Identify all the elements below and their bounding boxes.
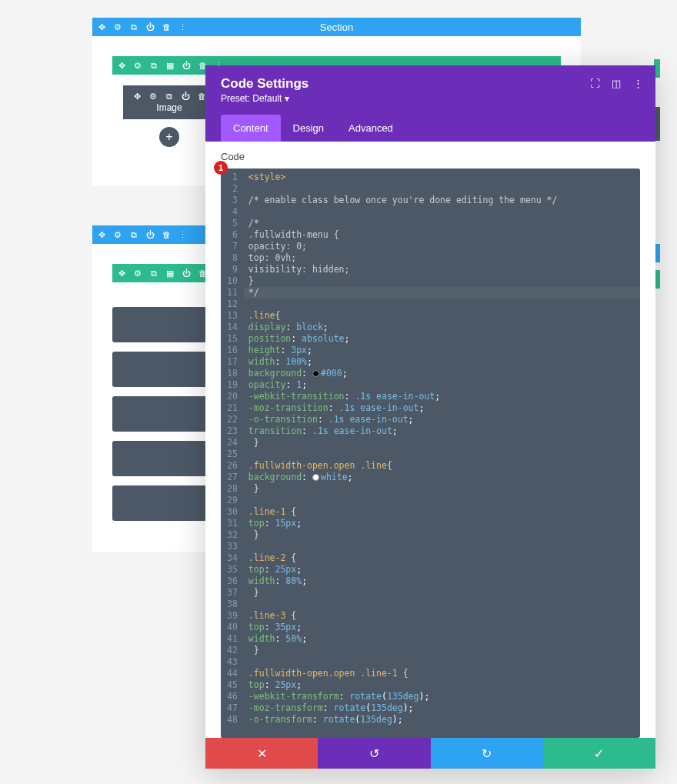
code-line[interactable]: }: [244, 483, 640, 495]
code-line[interactable]: background: white;: [244, 472, 640, 483]
columns-icon[interactable]: ▦: [165, 269, 175, 278]
gear-icon[interactable]: ⚙: [113, 230, 122, 239]
gear-icon[interactable]: ⚙: [133, 269, 142, 278]
code-line[interactable]: .line{: [244, 310, 640, 322]
duplicate-icon[interactable]: ⧉: [149, 269, 158, 278]
code-line[interactable]: */: [244, 287, 640, 299]
tab-design[interactable]: Design: [281, 115, 336, 142]
code-line[interactable]: transition: .1s ease-in-out;: [244, 425, 640, 437]
code-line[interactable]: visibility: hidden;: [244, 264, 640, 275]
code-line[interactable]: top: 25px;: [244, 564, 640, 575]
duplicate-icon[interactable]: ⧉: [129, 230, 138, 239]
move-icon[interactable]: ✥: [97, 22, 106, 32]
code-line[interactable]: -moz-transform: rotate(135deg);: [244, 702, 640, 714]
code-line[interactable]: background: #000;: [244, 368, 640, 379]
code-line[interactable]: /* enable class below once you're done e…: [244, 195, 640, 206]
code-line[interactable]: width: 50%;: [244, 633, 640, 645]
content-area: Code 12345678910111213141516171819202122…: [205, 142, 655, 738]
move-icon[interactable]: ✥: [117, 61, 126, 70]
code-line[interactable]: [244, 541, 640, 552]
more-icon[interactable]: ⋮: [632, 78, 643, 88]
code-editor[interactable]: 1234567891011121314151617181920212223242…: [221, 168, 640, 738]
power-icon[interactable]: ⏻: [145, 230, 155, 239]
code-line[interactable]: top: 35px;: [244, 622, 640, 633]
modal-footer: ✕ ↺ ↻ ✓: [205, 738, 655, 769]
undo-button[interactable]: ↺: [318, 738, 430, 769]
code-line[interactable]: position: absolute;: [244, 333, 640, 345]
move-icon[interactable]: ✥: [132, 92, 142, 101]
gear-icon[interactable]: ⚙: [113, 22, 122, 32]
duplicate-icon[interactable]: ⧉: [149, 61, 158, 70]
modal-title: Code Settings: [221, 76, 640, 92]
code-line[interactable]: -webkit-transition: .1s ease-in-out;: [244, 391, 640, 402]
tab-content[interactable]: Content: [221, 115, 281, 142]
code-line[interactable]: opacity: 0;: [244, 241, 640, 252]
code-line[interactable]: .fullwidth-menu {: [244, 229, 640, 241]
code-line[interactable]: }: [244, 275, 640, 287]
code-line[interactable]: top: 25px;: [244, 679, 640, 691]
code-line[interactable]: .line-1 {: [244, 506, 640, 518]
expand-icon[interactable]: ⛶: [589, 78, 600, 88]
add-module-button[interactable]: +: [159, 127, 179, 147]
code-line[interactable]: top: 0vh;: [244, 252, 640, 264]
power-icon[interactable]: ⏻: [182, 269, 191, 278]
modal-header: Code Settings Preset: Default▾ ⛶ ◫ ⋮: [205, 65, 655, 115]
code-line[interactable]: -moz-transition: .1s ease-in-out;: [244, 402, 640, 414]
code-line[interactable]: -o-transform: rotate(135deg);: [244, 714, 640, 726]
code-settings-modal: Code Settings Preset: Default▾ ⛶ ◫ ⋮ Con…: [205, 65, 655, 769]
code-line[interactable]: .line-3 {: [244, 610, 640, 622]
redo-button[interactable]: ↻: [431, 738, 543, 769]
code-line[interactable]: .fullwidth-open.open .line{: [244, 460, 640, 472]
save-button[interactable]: ✓: [543, 738, 655, 769]
code-line[interactable]: /*: [244, 218, 640, 229]
column-icon[interactable]: ◫: [611, 78, 622, 88]
module-image-label: Image: [156, 102, 182, 113]
code-line[interactable]: }: [244, 529, 640, 541]
trash-icon[interactable]: 🗑: [162, 22, 171, 32]
code-line[interactable]: }: [244, 437, 640, 449]
duplicate-icon[interactable]: ⧉: [165, 92, 174, 101]
move-icon[interactable]: ✥: [97, 230, 106, 239]
duplicate-icon[interactable]: ⧉: [129, 22, 138, 32]
code-line[interactable]: .fullwidth-open.open .line-1 {: [244, 668, 640, 679]
trash-icon[interactable]: 🗑: [162, 230, 171, 239]
code-line[interactable]: [244, 299, 640, 310]
power-icon[interactable]: ⏻: [182, 61, 191, 70]
move-icon[interactable]: ✥: [117, 269, 126, 278]
code-line[interactable]: .line-2 {: [244, 552, 640, 564]
code-line[interactable]: [244, 495, 640, 506]
gear-icon[interactable]: ⚙: [148, 92, 158, 101]
code-field-label: Code: [221, 151, 640, 162]
code-line[interactable]: }: [244, 587, 640, 599]
cancel-button[interactable]: ✕: [205, 738, 318, 769]
code-line[interactable]: opacity: 1;: [244, 379, 640, 391]
code-line[interactable]: [244, 206, 640, 218]
code-line[interactable]: -o-transition: .1s ease-in-out;: [244, 414, 640, 425]
code-line[interactable]: height: 3px;: [244, 345, 640, 356]
editor-gutter: 1234567891011121314151617181920212223242…: [221, 168, 244, 738]
code-line[interactable]: top: 15px;: [244, 518, 640, 529]
module-image[interactable]: ✥ ⚙ ⧉ ⏻ 🗑 Image: [123, 85, 215, 119]
code-line[interactable]: }: [244, 645, 640, 656]
tabs: Content Design Advanced: [205, 115, 655, 142]
chevron-down-icon: ▾: [285, 93, 289, 104]
more-icon[interactable]: ⋮: [178, 22, 187, 32]
code-line[interactable]: <style>: [244, 172, 640, 183]
code-line[interactable]: display: block;: [244, 322, 640, 333]
more-icon[interactable]: ⋮: [178, 230, 187, 239]
code-line[interactable]: [244, 599, 640, 610]
code-line[interactable]: width: 100%;: [244, 356, 640, 368]
section-toolbar[interactable]: ✥ ⚙ ⧉ ⏻ 🗑 ⋮ Section: [92, 18, 581, 36]
power-icon[interactable]: ⏻: [145, 22, 155, 32]
columns-icon[interactable]: ▦: [165, 61, 175, 70]
code-line[interactable]: width: 80%;: [244, 575, 640, 587]
preset-dropdown[interactable]: Preset: Default▾: [221, 93, 640, 104]
code-line[interactable]: [244, 449, 640, 460]
gear-icon[interactable]: ⚙: [133, 61, 142, 70]
editor-code[interactable]: <style>/* enable class below once you're…: [244, 168, 640, 738]
power-icon[interactable]: ⏻: [181, 92, 190, 101]
code-line[interactable]: [244, 183, 640, 195]
code-line[interactable]: -webkit-transform: rotate(135deg);: [244, 691, 640, 702]
tab-advanced[interactable]: Advanced: [336, 115, 405, 142]
code-line[interactable]: [244, 656, 640, 668]
